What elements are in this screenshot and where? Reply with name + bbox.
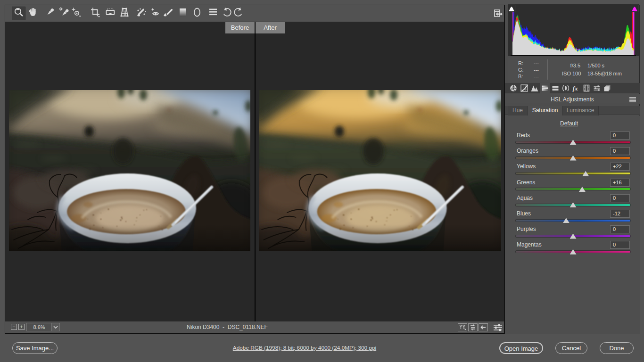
svg-text:fx: fx: [572, 85, 578, 92]
